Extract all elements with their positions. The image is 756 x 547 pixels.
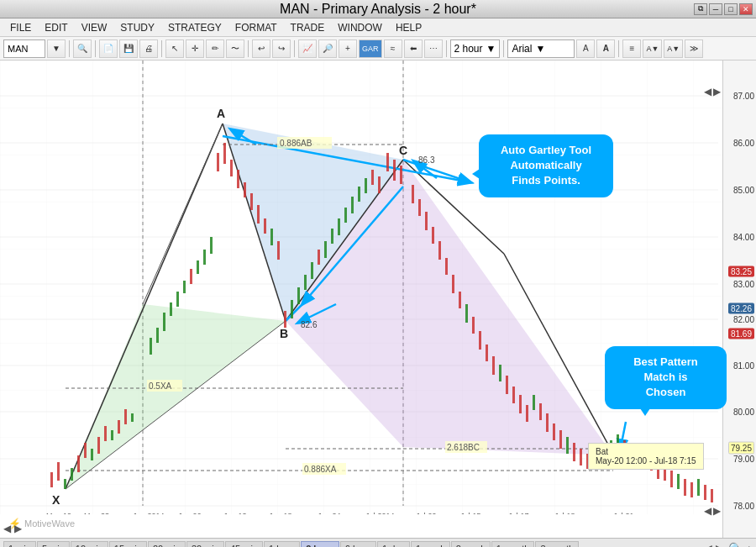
more2-btn[interactable]: ≫	[685, 39, 703, 58]
minimize-btn[interactable]: ─	[709, 3, 722, 15]
svg-rect-119	[512, 387, 515, 403]
svg-rect-103	[400, 166, 402, 184]
svg-rect-126	[559, 430, 562, 449]
close-btn[interactable]: ✕	[739, 3, 753, 15]
symbol-box[interactable]: MAN	[3, 39, 45, 58]
svg-text:X: X	[52, 493, 60, 507]
print-btn[interactable]: 🖨	[139, 39, 158, 58]
tf-2hour[interactable]: 2 hour	[301, 541, 339, 548]
draw-btn[interactable]: ✏	[206, 39, 224, 58]
window-controls[interactable]: ⧉ ─ □ ✕	[694, 3, 753, 15]
menu-window[interactable]: WINDOW	[331, 20, 389, 35]
more-btn[interactable]: ⋯	[424, 39, 443, 58]
tf-1min[interactable]: 1 min	[3, 541, 36, 548]
scroll-left2-icon[interactable]: ◀	[704, 505, 711, 517]
tf-10min[interactable]: 10 min	[71, 541, 108, 548]
d-point-tooltip: Bat May-20 12:00 - Jul-18 7:15	[588, 443, 704, 470]
undo-btn[interactable]: ↩	[252, 39, 270, 58]
menu-file[interactable]: FILE	[3, 20, 38, 35]
svg-rect-108	[438, 241, 441, 260]
svg-rect-122	[533, 395, 535, 410]
svg-rect-82	[257, 205, 260, 224]
price-85: 85.00	[733, 186, 754, 195]
wave-btn[interactable]: 〜	[226, 39, 244, 58]
svg-rect-124	[546, 413, 549, 432]
svg-rect-92	[324, 241, 327, 258]
scroll-controls: ◀ ▶	[704, 86, 721, 97]
elliott-btn[interactable]: ⬅	[404, 39, 423, 58]
svg-rect-116	[492, 356, 495, 375]
nav-right-icon[interactable]: ▶	[14, 523, 22, 534]
font-bold-btn[interactable]: A	[596, 39, 615, 58]
svg-rect-105	[418, 199, 421, 216]
font-dropdown[interactable]: Arial ▼	[507, 39, 575, 58]
tf-1week[interactable]: 1 week	[411, 541, 450, 548]
svg-rect-57	[77, 455, 80, 472]
menu-view[interactable]: VIEW	[75, 20, 114, 35]
menu-format[interactable]: FORMAT	[228, 20, 284, 35]
color2-btn[interactable]: A▼	[664, 39, 683, 58]
price-86: 86.00	[733, 139, 754, 148]
price-8169: 81.69	[728, 329, 754, 339]
zoom-in-icon[interactable]: 🔍	[728, 542, 743, 548]
svg-rect-140	[670, 471, 673, 487]
new-chart-btn[interactable]: 📄	[99, 39, 118, 58]
nav-left-icon[interactable]: ◀	[3, 523, 11, 534]
indicator-btn[interactable]: 📈	[298, 39, 317, 58]
scroll-right2-icon[interactable]: ▶	[713, 505, 721, 517]
maximize-btn[interactable]: □	[724, 3, 738, 15]
scroll-right-icon[interactable]: ▶	[713, 86, 721, 97]
menu-study[interactable]: STUDY	[113, 20, 161, 35]
watermark-text: MotiveWave	[24, 518, 75, 529]
tf-30min[interactable]: 30 min	[186, 541, 224, 548]
menu-trade[interactable]: TRADE	[284, 20, 332, 35]
color1-btn[interactable]: A▼	[643, 39, 662, 58]
tf-1day[interactable]: 1 day	[377, 541, 410, 548]
tf-1hour[interactable]: 1 hour	[264, 541, 300, 548]
svg-rect-141	[677, 474, 680, 489]
home-icon[interactable]: ⌂	[746, 542, 753, 548]
scroll-left-icon[interactable]: ◀	[704, 86, 711, 97]
tf-15min[interactable]: 15 min	[109, 541, 147, 548]
zoom-in-btn[interactable]: 🔎	[318, 39, 337, 58]
align-btn[interactable]: ≡	[622, 39, 641, 58]
symbol-search-btn[interactable]: ▼	[47, 39, 66, 58]
svg-rect-129	[580, 449, 582, 465]
tf-6hour[interactable]: 6 hour	[340, 541, 376, 548]
gartley-btn[interactable]: GAR	[359, 39, 382, 58]
restore-btn[interactable]: ⧉	[694, 3, 707, 15]
svg-rect-113	[472, 317, 475, 334]
svg-rect-69	[170, 302, 172, 316]
svg-rect-61	[104, 426, 107, 441]
menu-help[interactable]: HELP	[389, 20, 428, 35]
tf-3month[interactable]: 3 month	[535, 541, 579, 548]
price-7925: 79.25	[728, 442, 754, 455]
svg-rect-77	[223, 143, 226, 164]
svg-rect-121	[526, 405, 528, 422]
tf-20min[interactable]: 20 min	[148, 541, 186, 548]
nav-arrows[interactable]: ◀ ▶	[3, 523, 22, 534]
save-btn[interactable]: 💾	[119, 39, 138, 58]
zoom-btn[interactable]: 🔍	[73, 39, 92, 58]
tf-5min[interactable]: 5 min	[37, 541, 70, 548]
svg-rect-90	[311, 262, 313, 279]
svg-rect-100	[378, 176, 381, 193]
tf-45min[interactable]: 45 min	[225, 541, 263, 548]
chart-nav-right-icon[interactable]: ▶	[716, 542, 725, 548]
plus-btn[interactable]: +	[339, 39, 357, 58]
redo-btn[interactable]: ↪	[272, 39, 291, 58]
svg-text:86.3: 86.3	[418, 155, 435, 165]
menu-edit[interactable]: EDIT	[38, 20, 74, 35]
crosshair-btn[interactable]: ✛	[186, 39, 204, 58]
tf-2week[interactable]: 2 week	[451, 541, 491, 548]
timeframe-dropdown[interactable]: 2 hour ▼	[450, 39, 501, 58]
svg-text:A: A	[217, 107, 225, 120]
chart-nav-left-icon[interactable]: ◀	[703, 542, 712, 548]
svg-rect-89	[304, 275, 307, 290]
wave-tool-btn[interactable]: ≈	[384, 39, 402, 58]
menu-strategy[interactable]: STRATEGY	[161, 20, 228, 35]
cursor-btn[interactable]: ↖	[165, 39, 184, 58]
font-size-btn[interactable]: A	[576, 39, 595, 58]
svg-rect-84	[270, 229, 273, 245]
tf-1month[interactable]: 1 month	[491, 541, 535, 548]
